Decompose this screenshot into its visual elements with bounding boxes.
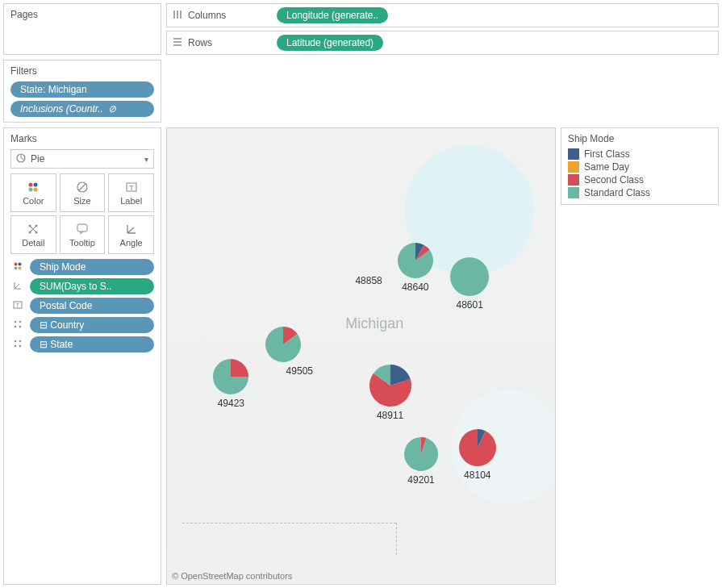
legend-item[interactable]: Second Class [568,173,712,186]
mark-card-label: Size [73,196,90,206]
legend-swatch [568,161,579,173]
marks-pill[interactable]: ⊟ Country [30,317,154,333]
svg-point-36 [19,344,21,346]
filters-title: Filters [10,65,154,77]
color-icon [27,180,40,194]
filters-shelf[interactable]: Filters State: Michigan Inclusions (Coun… [3,60,161,123]
marks-shelf-row: TPostal Code [10,298,154,314]
columns-label-text: Columns [188,10,226,21]
rows-shelf[interactable]: Rows Latitude (generated) [166,31,719,55]
legend-label: Second Class [584,174,644,186]
pages-shelf[interactable]: Pages [3,3,161,55]
mark-card-tooltip[interactable]: Tooltip [60,215,106,254]
mark-card-color[interactable]: Color [10,173,56,212]
pie-icon [16,153,26,165]
legend-label: First Class [584,148,630,160]
size-icon [76,180,89,194]
angle-icon [10,281,25,293]
pie-49201[interactable] [404,437,438,471]
svg-point-30 [19,320,21,322]
mark-card-label: Angle [120,238,143,248]
svg-point-25 [15,266,18,269]
mark-card-angle[interactable]: Angle [108,215,154,254]
marks-pill[interactable]: Postal Code [30,298,154,314]
svg-rect-22 [77,224,87,231]
legend-label: Same Day [584,161,629,173]
map-background [167,128,555,584]
pages-title: Pages [10,9,154,20]
pie-48640[interactable] [398,243,433,278]
rows-shelf-label: Rows [172,36,277,50]
svg-text:T: T [129,184,134,192]
marks-pill[interactable]: SUM(Days to S.. [30,278,154,294]
pie-label-48640: 48640 [402,281,428,293]
pie-label-49505: 49505 [286,365,313,377]
legend-item[interactable]: First Class [568,148,712,161]
columns-pill-longitude[interactable]: Longitude (generate.. [277,7,388,23]
pie-label-48858: 48858 [355,275,382,286]
mark-card-label: Detail [22,238,44,248]
map-view[interactable]: Michigan © OpenStreetMap contributors 48… [166,127,556,585]
svg-point-33 [15,340,16,341]
svg-point-24 [19,262,22,265]
legend-card[interactable]: Ship Mode First ClassSame DaySecond Clas… [561,127,719,205]
legend-item[interactable]: Same Day [568,161,712,173]
mark-card-label: Label [120,196,142,206]
mark-card-detail[interactable]: Detail [10,215,56,254]
marks-shelf-items: Ship ModeSUM(Days to S..TPostal Code⊟ Co… [10,259,154,352]
marks-pill[interactable]: Ship Mode [30,259,154,275]
marks-buttons-grid: ColorSizeTLabelDetailTooltipAngle [10,173,154,254]
legend-item[interactable]: Standard Class [568,186,712,199]
columns-shelf[interactable]: Columns Longitude (generate.. [166,3,719,27]
marks-pill[interactable]: ⊟ State [30,336,154,352]
svg-text:T: T [16,302,20,308]
map-attribution: © OpenStreetMap contributors [172,571,292,581]
svg-point-29 [15,320,16,322]
mark-type-label: Pie [31,153,44,165]
detail-icon [10,319,25,332]
svg-point-9 [29,183,33,187]
columns-rows-container: Columns Longitude (generate.. Rows Latit… [166,3,719,123]
mark-card-label: Color [23,196,44,206]
mark-type-dropdown[interactable]: Pie ▾ [10,149,154,169]
detail-icon [10,339,25,351]
pie-48601[interactable] [450,257,489,296]
pie-48911[interactable] [369,365,411,407]
legend-items: First ClassSame DaySecond ClassStandard … [568,148,712,199]
svg-point-23 [15,262,18,265]
pie-label-48104: 48104 [464,469,490,481]
angle-icon [125,222,138,236]
marks-title: Marks [10,133,154,144]
svg-point-35 [15,344,16,346]
pie-label-49201: 49201 [407,474,434,486]
color-icon [10,261,25,273]
mark-card-label[interactable]: TLabel [108,173,154,212]
pie-49423[interactable] [213,359,248,394]
detail-icon [27,222,40,236]
svg-point-11 [29,188,33,192]
svg-point-12 [34,188,38,192]
legend-swatch [568,187,579,198]
pie-label-48601: 48601 [456,299,482,311]
label-icon: T [10,300,25,312]
filter-pill-inclusions[interactable]: Inclusions (Countr.. ⊘ [10,101,154,117]
pie-label-49423: 49423 [218,398,244,409]
rows-label-text: Rows [188,37,212,48]
map-region-label: Michigan [345,315,403,332]
legend-title: Ship Mode [568,133,712,144]
filter-pill-state[interactable]: State: Michigan [10,81,154,98]
mark-card-size[interactable]: Size [60,173,106,212]
svg-point-37 [450,257,489,296]
pie-49505[interactable] [265,327,301,362]
columns-icon [172,9,183,23]
marks-card: Marks Pie ▾ ColorSizeTLabelDetailTooltip… [3,127,161,585]
pie-48104[interactable] [459,429,496,466]
svg-point-34 [19,340,21,341]
marks-shelf-row: Ship Mode [10,259,154,275]
svg-point-32 [19,325,21,327]
filter-pill-inclusions-label: Inclusions (Countr.. [20,103,103,115]
mark-card-label: Tooltip [69,238,95,248]
rows-pill-latitude[interactable]: Latitude (generated) [277,35,383,51]
filters-list: State: Michigan Inclusions (Countr.. ⊘ [10,81,154,117]
label-icon: T [125,180,138,194]
